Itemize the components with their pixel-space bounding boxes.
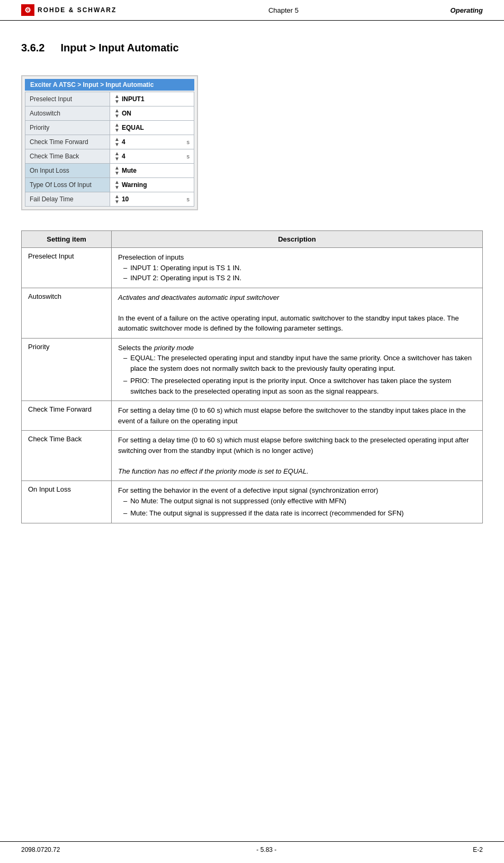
desc-text: In the event of a failure on the active …: [118, 314, 459, 333]
header-operating: Operating: [451, 6, 483, 14]
table-row: Autoswitch Activates and deactivates aut…: [22, 288, 483, 338]
list-text: INPUT 1: Operating input is TS 1 IN.: [130, 263, 241, 273]
ui-label-autoswitch: Autoswitch: [25, 106, 110, 121]
list-item: – No Mute: The output signal is not supp…: [123, 496, 476, 506]
setting-item-label: Priority: [22, 338, 112, 401]
arrows-icon: ▲▼: [114, 180, 120, 190]
setting-description: For setting a delay time (0 to 60 s) whi…: [112, 431, 483, 481]
ui-screenshot: Exciter A ATSC > Input > Input Automatic…: [21, 75, 198, 210]
ui-settings-table: Preselect Input ▲▼ INPUT1 Autoswitch ▲▼ …: [25, 92, 194, 207]
arrows-icon: ▲▼: [114, 94, 120, 104]
desc-text: For setting the behavior in the event of…: [118, 486, 378, 494]
section-heading: 3.6.2 Input > Input Automatic: [21, 37, 483, 65]
table-row: Check Time Back For setting a delay time…: [22, 431, 483, 481]
ui-row-checktimeforward: Check Time Forward ▲▼ 4 s: [25, 135, 194, 149]
arrows-icon: ▲▼: [114, 137, 120, 147]
logo-symbol: ⚙: [24, 6, 31, 14]
settings-description-table: Setting item Description Preselect Input…: [21, 230, 483, 523]
list-item: – Mute: The output signal is suppressed …: [123, 508, 476, 519]
setting-description: Activates and deactivates automatic inpu…: [112, 288, 483, 338]
ui-label-faildelaytime: Fail Delay Time: [25, 192, 110, 207]
ui-label-typeofloss: Type Of Loss Of Input: [25, 178, 110, 192]
arrows-icon: ▲▼: [114, 108, 120, 119]
setting-item-label: Autoswitch: [22, 288, 112, 338]
desc-italic: The function has no effect if the priori…: [118, 467, 309, 475]
footer-right: E-2: [473, 846, 483, 853]
page-content: 3.6.2 Input > Input Automatic Exciter A …: [0, 21, 504, 545]
ui-title-bar: Exciter A ATSC > Input > Input Automatic: [25, 79, 194, 91]
setting-description: For setting a delay time (0 to 60 s) whi…: [112, 401, 483, 431]
ui-row-autoswitch: Autoswitch ▲▼ ON: [25, 106, 194, 121]
col-description: Description: [112, 231, 483, 248]
ui-val-autoswitch: ▲▼ ON: [110, 106, 194, 121]
ui-row-priority: Priority ▲▼ EQUAL: [25, 121, 194, 135]
list-text: EQUAL: The preselected operating input a…: [130, 353, 476, 373]
ui-row-oninputloss: On Input Loss ▲▼ Mute: [25, 164, 194, 178]
section-number: 3.6.2: [21, 42, 44, 54]
list-text: INPUT 2: Operating input is TS 2 IN.: [130, 273, 241, 283]
desc-text: For setting a delay time (0 to 60 s) whi…: [118, 406, 466, 425]
table-row: Preselect Input Preselection of inputs –…: [22, 248, 483, 288]
dash-icon: –: [123, 376, 127, 396]
ui-row-typeofloss: Type Of Loss Of Input ▲▼ Warning: [25, 178, 194, 192]
ui-val-checktimeforward: ▲▼ 4 s: [110, 135, 194, 149]
list-text: PRIO: The preselected operating input is…: [130, 376, 476, 396]
company-logo: ⚙: [21, 4, 34, 16]
ui-row-checktimeback: Check Time Back ▲▼ 4 s: [25, 149, 194, 164]
table-row: Check Time Forward For setting a delay t…: [22, 401, 483, 431]
list-item: – INPUT 1: Operating input is TS 1 IN.: [123, 263, 476, 273]
list-item: – INPUT 2: Operating input is TS 2 IN.: [123, 273, 476, 283]
ui-val-priority: ▲▼ EQUAL: [110, 121, 194, 135]
logo-area: ⚙ ROHDE & SCHWARZ: [21, 4, 116, 16]
arrows-icon: ▲▼: [114, 194, 120, 204]
ui-label-preselect: Preselect Input: [25, 92, 110, 106]
footer-left: 2098.0720.72: [21, 846, 60, 853]
settings-table-header-row: Setting item Description: [22, 231, 483, 248]
dash-icon: –: [123, 273, 127, 283]
ui-label-priority: Priority: [25, 121, 110, 135]
ui-row-preselect: Preselect Input ▲▼ INPUT1: [25, 92, 194, 106]
dash-icon: –: [123, 263, 127, 273]
ui-label-checktimeback: Check Time Back: [25, 149, 110, 164]
setting-item-label: On Input Loss: [22, 481, 112, 523]
page-footer: 2098.0720.72 - 5.83 - E-2: [0, 841, 504, 858]
list-item: – PRIO: The preselected operating input …: [123, 376, 476, 396]
header-chapter: Chapter 5: [116, 6, 450, 14]
list-text: Mute: The output signal is suppressed if…: [130, 508, 403, 519]
ui-label-oninputloss: On Input Loss: [25, 164, 110, 178]
page-header: ⚙ ROHDE & SCHWARZ Chapter 5 Operating: [0, 0, 504, 21]
dash-icon: –: [123, 353, 127, 373]
arrows-icon: ▲▼: [114, 165, 120, 176]
ui-val-typeofloss: ▲▼ Warning: [110, 178, 194, 192]
setting-description: Selects the priority mode – EQUAL: The p…: [112, 338, 483, 401]
desc-text: Preselection of inputs: [118, 253, 184, 261]
ui-row-faildelaytime: Fail Delay Time ▲▼ 10 s: [25, 192, 194, 207]
arrows-icon: ▲▼: [114, 122, 120, 133]
ui-label-checktimeforward: Check Time Forward: [25, 135, 110, 149]
desc-text: For setting a delay time (0 to 60 s) whi…: [118, 436, 469, 455]
ui-val-oninputloss: ▲▼ Mute: [110, 164, 194, 178]
setting-description: Preselection of inputs – INPUT 1: Operat…: [112, 248, 483, 288]
table-row: On Input Loss For setting the behavior i…: [22, 481, 483, 523]
ui-val-faildelaytime: ▲▼ 10 s: [110, 192, 194, 207]
arrows-icon: ▲▼: [114, 151, 120, 162]
ui-val-preselect: ▲▼ INPUT1: [110, 92, 194, 106]
list-text: No Mute: The output signal is not suppre…: [130, 496, 346, 506]
footer-center: - 5.83 -: [256, 846, 276, 853]
setting-description: For setting the behavior in the event of…: [112, 481, 483, 523]
desc-italic: Activates and deactivates automatic inpu…: [118, 293, 279, 301]
list-item: – EQUAL: The preselected operating input…: [123, 353, 476, 373]
ui-val-checktimeback: ▲▼ 4 s: [110, 149, 194, 164]
setting-item-label: Preselect Input: [22, 248, 112, 288]
setting-item-label: Check Time Forward: [22, 401, 112, 431]
dash-icon: –: [123, 496, 127, 506]
dash-icon: –: [123, 508, 127, 519]
desc-text: Selects the priority mode: [118, 344, 194, 352]
table-row: Priority Selects the priority mode – EQU…: [22, 338, 483, 401]
col-setting-item: Setting item: [22, 231, 112, 248]
section-title: Input > Input Automatic: [60, 42, 178, 54]
company-name: ROHDE & SCHWARZ: [38, 6, 116, 14]
setting-item-label: Check Time Back: [22, 431, 112, 481]
